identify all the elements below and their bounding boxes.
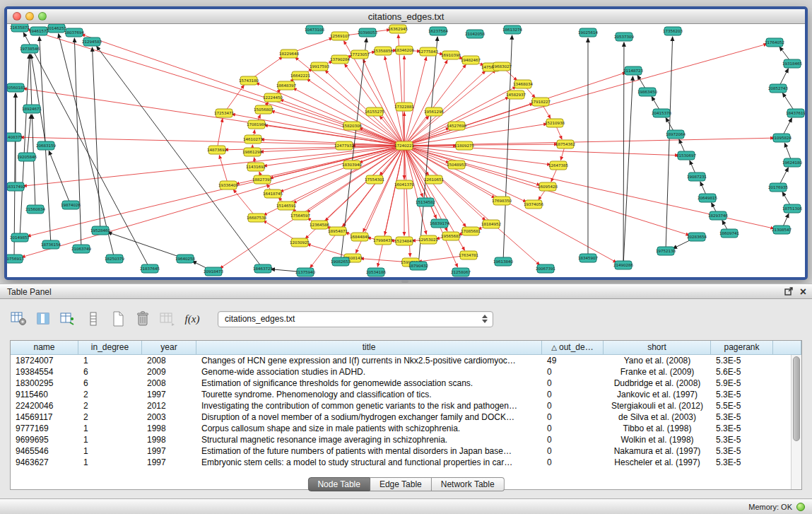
graph-node[interactable] — [351, 50, 368, 59]
graph-node[interactable] — [537, 264, 554, 273]
graph-node[interactable] — [766, 38, 783, 47]
graph-node[interactable] — [281, 49, 298, 58]
graph-node[interactable] — [456, 141, 473, 150]
close-window-icon[interactable] — [13, 12, 21, 21]
graph-node[interactable] — [770, 84, 787, 93]
import-table-icon[interactable] — [158, 310, 177, 328]
table-row[interactable]: 1830029562008Estimation of significance … — [11, 378, 801, 389]
graph-node[interactable] — [254, 264, 271, 273]
graph-node[interactable] — [220, 181, 237, 189]
graph-node[interactable] — [657, 247, 674, 255]
graph-node[interactable] — [62, 201, 79, 209]
graph-node[interactable] — [448, 160, 465, 169]
graph-node[interactable] — [688, 173, 705, 181]
graph-node[interactable] — [359, 28, 376, 37]
scrollbar-thumb[interactable] — [793, 356, 800, 441]
graph-node[interactable] — [245, 135, 261, 144]
graph-node[interactable] — [177, 255, 194, 263]
tab-edge-table[interactable]: Edge Table — [370, 477, 432, 491]
graph-node[interactable] — [420, 47, 437, 56]
graph-node[interactable] — [216, 109, 233, 117]
table-row[interactable]: 977716911998Corpus callosum shape and si… — [11, 423, 801, 434]
graph-node[interactable] — [7, 255, 23, 263]
graph-node[interactable] — [787, 109, 804, 117]
graph-node[interactable] — [504, 25, 521, 34]
graph-node[interactable] — [431, 219, 448, 228]
graph-node[interactable] — [367, 268, 384, 276]
graph-node[interactable] — [525, 200, 542, 209]
graph-node[interactable] — [639, 88, 656, 96]
graph-node[interactable] — [667, 130, 684, 139]
graph-node[interactable] — [244, 148, 261, 156]
tab-network-table[interactable]: Network Table — [432, 477, 505, 491]
graph-node[interactable] — [410, 262, 427, 270]
graph-node[interactable] — [462, 227, 479, 235]
network-table-select[interactable]: citations_edges.txt — [218, 311, 493, 327]
graph-node[interactable] — [688, 233, 705, 241]
graph-node[interactable] — [784, 204, 801, 213]
graph-node[interactable] — [48, 24, 65, 33]
vertical-scrollbar[interactable] — [791, 355, 801, 489]
graph-node[interactable] — [291, 238, 308, 247]
column-header-title[interactable]: title — [196, 341, 542, 355]
graph-node[interactable] — [23, 105, 40, 113]
graph-node[interactable] — [699, 194, 716, 202]
graph-node[interactable] — [784, 158, 801, 167]
graph-node[interactable] — [493, 197, 510, 205]
graph-node[interactable] — [37, 141, 54, 150]
graph-node[interactable] — [546, 119, 563, 127]
graph-node[interactable] — [664, 27, 681, 35]
graph-node[interactable] — [92, 226, 109, 235]
graph-node[interactable] — [73, 245, 90, 253]
graph-node[interactable] — [248, 214, 265, 222]
graph-node[interactable] — [331, 55, 348, 64]
table-row[interactable]: 969969511998Structural magnetic resonanc… — [11, 434, 801, 445]
graph-node[interactable] — [7, 83, 24, 92]
graph-node[interactable] — [311, 62, 328, 71]
float-panel-icon[interactable] — [784, 287, 793, 297]
graph-node[interactable] — [396, 46, 413, 54]
graph-node[interactable] — [278, 81, 295, 90]
table-row[interactable]: 1456911722003Disruption of a novel membe… — [11, 411, 801, 423]
graph-node[interactable] — [625, 66, 642, 75]
graph-node[interactable] — [539, 182, 556, 191]
graph-node[interactable] — [332, 257, 349, 266]
graph-node[interactable] — [7, 133, 21, 141]
graph-node[interactable] — [396, 237, 413, 245]
graph-node[interactable] — [615, 261, 632, 269]
table-row[interactable]: 2242004622012Investigating the contribut… — [11, 400, 801, 411]
graph-node[interactable] — [83, 37, 100, 46]
graph-node[interactable] — [514, 80, 531, 88]
graph-node[interactable] — [208, 146, 225, 154]
graph-node[interactable] — [66, 28, 83, 37]
column-header-year[interactable]: year — [142, 341, 196, 355]
table-row[interactable]: 911546021997Tourette syndrome. Phenomeno… — [11, 389, 801, 400]
graph-node[interactable] — [784, 59, 801, 68]
create-column-icon[interactable] — [59, 310, 78, 328]
graph-node[interactable] — [495, 257, 512, 266]
graph-node[interactable] — [106, 255, 123, 263]
window-titlebar[interactable]: citations_edges.txt — [7, 9, 805, 24]
graph-node[interactable] — [550, 161, 567, 170]
graph-node[interactable] — [366, 175, 383, 184]
graph-node[interactable] — [11, 233, 28, 242]
graph-node[interactable] — [773, 134, 790, 142]
graph-node[interactable] — [141, 264, 158, 273]
graph-node[interactable] — [254, 175, 271, 184]
graph-node[interactable] — [557, 140, 574, 148]
show-columns-icon[interactable] — [35, 310, 53, 328]
graph-node[interactable] — [507, 90, 524, 99]
close-panel-icon[interactable]: × — [800, 286, 806, 298]
delete-table-icon[interactable] — [134, 310, 152, 328]
graph-node[interactable] — [351, 233, 368, 241]
graph-node[interactable] — [425, 175, 442, 184]
graph-node[interactable] — [292, 211, 309, 220]
graph-node[interactable] — [442, 51, 459, 59]
column-header-pagerank[interactable]: pagerank — [711, 341, 773, 355]
graph-node[interactable] — [306, 25, 323, 34]
table-row[interactable]: 946362711997Embryonic stem cells: a mode… — [11, 457, 801, 468]
graph-node[interactable] — [329, 227, 346, 235]
graph-node[interactable] — [721, 229, 738, 238]
graph-node[interactable] — [336, 141, 353, 150]
graph-node[interactable] — [30, 27, 47, 35]
